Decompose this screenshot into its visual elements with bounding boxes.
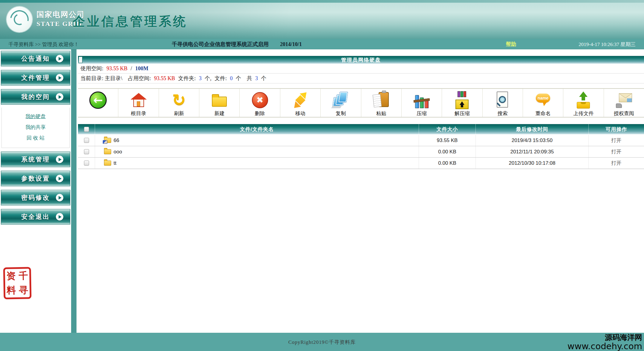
paste-icon: [373, 91, 390, 109]
toolbar-button-delete[interactable]: ✖删除: [240, 89, 280, 117]
file-table: 文件/文件夹名 文件大小 最后修改时间 可用操作 6693.55 KB2019/…: [78, 124, 644, 169]
announcement: 千寻供电公司企业信息管理系统正式启用2014/10/1: [172, 41, 302, 48]
toolbar-button-refresh[interactable]: ↻刷新: [159, 89, 199, 117]
search-icon: [495, 91, 510, 109]
footer: CopyRight2019©千寻资料库 源码海洋网 www.codehy.com: [0, 333, 644, 351]
new-folder-icon: [212, 97, 227, 107]
announcement-text: 千寻供电公司企业信息管理系统正式启用: [172, 41, 269, 47]
help-link[interactable]: 帮助: [506, 41, 516, 48]
watermark: 源码海洋网 www.codehy.com: [567, 334, 642, 351]
table-header-row: 文件/文件夹名 文件大小 最后修改时间 可用操作: [78, 124, 644, 135]
home-icon: [131, 93, 147, 107]
breadcrumb: 千寻资料库 >> 管理员 欢迎你！: [8, 41, 79, 48]
toolbar-button-compress[interactable]: 压缩: [402, 89, 442, 117]
sidebar-subitem-recycle-bin[interactable]: 回 收 站: [2, 133, 69, 144]
open-link[interactable]: 打开: [611, 160, 622, 167]
column-header-actions: 可用操作: [588, 124, 644, 134]
open-link[interactable]: 打开: [611, 137, 622, 144]
rename-icon: name: [534, 92, 552, 109]
toolbar-button-extract[interactable]: 解压缩: [442, 89, 482, 117]
app-header: 国家电网公司 STATE GRID 企业信息管理系统: [0, 0, 644, 39]
path-line: 当前目录: 主目录\ 占用空间: 93.55 KB 文件夹: 3 个, 文件: …: [78, 74, 644, 83]
toolbar: ←根目录↻刷新新建✖删除移动复制粘贴压缩解压缩搜索name重命名上传文件授权查阅: [78, 88, 644, 117]
usage-used: 93.55 KB: [107, 65, 128, 71]
chevron-right-icon: [56, 156, 63, 163]
usage-line: 使用空间: 93.55 KB / 100M: [78, 64, 644, 74]
toolbar-button-upload[interactable]: 上传文件: [563, 89, 604, 117]
compress-icon: [413, 92, 430, 108]
file-modified: 2012/10/30 10:17:08: [475, 158, 588, 169]
file-name: 66: [114, 138, 119, 144]
sidebar-item-announcements[interactable]: 公告通知: [1, 51, 70, 66]
file-name: ooo: [114, 149, 122, 155]
occupied-space: 93.55 KB: [154, 75, 175, 81]
qianxun-seal-stamp: 资 千 料 寻: [3, 267, 31, 299]
toolbar-button-authorize[interactable]: 授权查阅: [604, 89, 644, 117]
open-link[interactable]: 打开: [611, 148, 622, 155]
header-top-strip: [0, 0, 644, 3]
sidebar-subitem-my-share[interactable]: 我的共享: [2, 122, 69, 133]
usage-total: 100M: [135, 65, 149, 71]
files-count: 0: [230, 75, 233, 81]
file-size: 93.55 KB: [419, 135, 475, 146]
sidebar-item-my-space[interactable]: 我的空间: [1, 89, 70, 105]
column-header-modified: 最后修改时间: [475, 124, 588, 134]
column-header-size: 文件大小: [419, 124, 475, 134]
table-row: tt0.00 KB2012/10/30 10:17:08打开: [78, 158, 644, 169]
sidebar-divider: [71, 49, 77, 333]
back-icon: ←: [89, 91, 107, 109]
app-title: 企业信息管理系统: [73, 13, 187, 30]
row-checkbox[interactable]: [84, 138, 89, 143]
sidebar-item-system-management[interactable]: 系统管理: [1, 152, 70, 167]
panel-title: 管理员网络硬盘: [341, 57, 381, 63]
toolbar-button-root[interactable]: 根目录: [118, 89, 159, 117]
toolbar-button-move[interactable]: 移动: [280, 89, 321, 117]
chevron-right-icon: [56, 194, 63, 202]
file-modified: 2019/4/3 15:03:50: [475, 135, 588, 146]
chevron-right-icon: [56, 74, 63, 82]
datetime: 2019-4-17 10:26:37 星期三: [579, 41, 636, 48]
chevron-right-icon: [56, 55, 63, 62]
toolbar-button-search[interactable]: 搜索: [483, 89, 523, 117]
panel-title-bar: 管理员网络硬盘: [78, 56, 644, 64]
toolbar-button-paste[interactable]: 粘贴: [361, 89, 402, 117]
sidebar-item-change-password[interactable]: 密码修改: [1, 190, 70, 205]
sidebar-item-parameter-settings[interactable]: 参数设置: [1, 171, 70, 186]
body-row: 公告通知 文件管理 我的空间 我的硬盘 我的共享 回 收 站 系统管理 参数设置…: [0, 49, 644, 333]
table-row: ooo0.00 KB2012/11/1 20:09:35打开: [78, 146, 644, 158]
usage-label: 使用空间:: [80, 65, 103, 71]
panel-collapse-handle[interactable]: [79, 57, 82, 63]
table-row: 6693.55 KB2019/4/3 15:03:50打开: [78, 135, 644, 146]
select-all-checkbox[interactable]: [84, 127, 89, 132]
extract-icon: [453, 91, 471, 109]
infobar: 千寻资料库 >> 管理员 欢迎你！ 千寻供电公司企业信息管理系统正式启用2014…: [0, 39, 644, 49]
announcement-date: 2014/10/1: [280, 41, 302, 47]
move-icon: [292, 91, 309, 109]
shared-folder-icon: [104, 138, 111, 143]
toolbar-button-back[interactable]: ←: [78, 89, 118, 117]
copyright-text: CopyRight2019©千寻资料库: [0, 333, 644, 351]
sidebar-item-logout[interactable]: 安全退出: [1, 209, 70, 225]
watermark-url: www.codehy.com: [567, 342, 642, 351]
folders-count: 3: [199, 75, 202, 81]
my-space-submenu: 我的硬盘 我的共享 回 收 站: [1, 108, 70, 148]
chevron-right-icon: [56, 175, 63, 182]
file-size: 0.00 KB: [419, 158, 475, 169]
file-modified: 2012/11/1 20:09:35: [475, 146, 588, 157]
folder-icon: [104, 149, 111, 154]
row-checkbox[interactable]: [84, 161, 89, 166]
table-body: 6693.55 KB2019/4/3 15:03:50打开ooo0.00 KB2…: [78, 135, 644, 169]
copy-icon: [332, 91, 349, 109]
chevron-right-icon: [56, 213, 63, 221]
sidebar-subitem-my-disk[interactable]: 我的硬盘: [2, 111, 69, 122]
toolbar-button-new[interactable]: 新建: [199, 89, 240, 117]
file-size: 0.00 KB: [419, 146, 475, 157]
main-content: 管理员网络硬盘 使用空间: 93.55 KB / 100M 当前目录: 主目录\…: [77, 49, 644, 333]
toolbar-button-rename[interactable]: name重命名: [523, 89, 563, 117]
state-grid-logo-icon: [7, 7, 32, 32]
sidebar-item-file-management[interactable]: 文件管理: [1, 70, 70, 86]
folder-icon: [104, 161, 111, 166]
toolbar-button-copy[interactable]: 复制: [321, 89, 361, 117]
row-checkbox[interactable]: [84, 149, 89, 154]
upload-icon: [575, 91, 592, 109]
